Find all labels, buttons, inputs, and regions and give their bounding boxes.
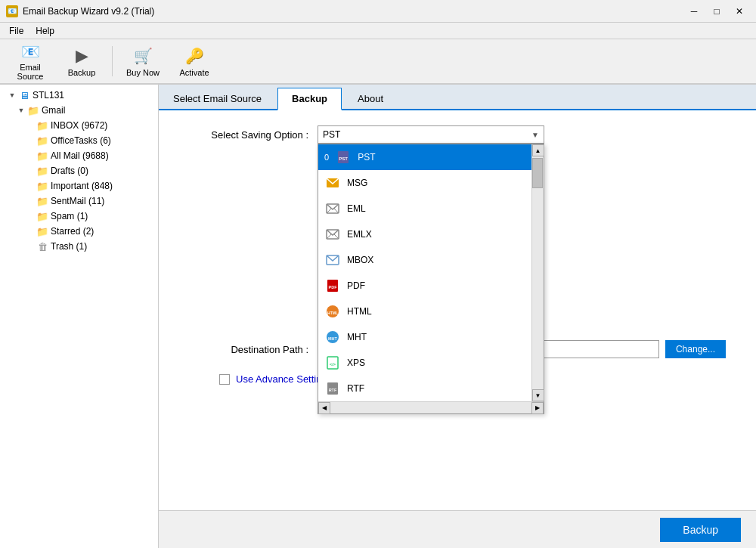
maximize-button[interactable]: □: [706, 4, 727, 19]
tree-arrow-gmail: ▼: [15, 104, 27, 116]
pst-label: PST: [358, 152, 375, 163]
dropdown-item-mht[interactable]: MHT MHT: [318, 324, 531, 350]
toolbar: 📧 Email Source ▶ Backup 🛒 Buy Now 🔑 Acti…: [0, 39, 756, 85]
menu-bar: File Help: [0, 23, 756, 39]
tree-arrow-allmail: [24, 150, 36, 162]
minimize-button[interactable]: ─: [683, 4, 705, 19]
toolbar-email-source[interactable]: 📧 Email Source: [6, 42, 54, 81]
tab-backup[interactable]: Backup: [277, 88, 342, 110]
dropdown-item-emlx[interactable]: EMLX: [318, 221, 531, 247]
destination-label: Destination Path :: [181, 344, 318, 355]
tree-arrow-important: [24, 180, 36, 192]
gmail-icon: 📁: [27, 104, 39, 116]
starred-icon: 📁: [36, 225, 48, 237]
svg-text:MHT: MHT: [328, 336, 338, 341]
tab-about[interactable]: About: [343, 88, 398, 109]
scroll-down-btn[interactable]: ▼: [532, 389, 544, 401]
dropdown-item-pst[interactable]: 0 PST PST: [318, 144, 531, 170]
dropdown-item-rtf[interactable]: RTF RTF: [318, 376, 531, 401]
activate-label: Activate: [179, 68, 209, 77]
email-source-icon: 📧: [20, 42, 41, 61]
drafts-icon: 📁: [36, 165, 48, 177]
menu-file[interactable]: File: [3, 24, 29, 38]
pdf-icon: PDF: [324, 277, 341, 294]
email-source-label: Email Source: [6, 63, 54, 81]
tree-arrow-trash: [24, 240, 36, 252]
format-select-box[interactable]: PST ▼: [318, 125, 544, 144]
change-button[interactable]: Change...: [665, 340, 726, 358]
tree-arrow-officetasks: [24, 135, 36, 147]
saving-option-row: Select Saving Option : PST ▼ 0: [181, 125, 733, 144]
tree-item-starred[interactable]: 📁 Starred (2): [0, 224, 158, 239]
tree-item-sentmail[interactable]: 📁 SentMail (11): [0, 194, 158, 209]
scroll-track: [532, 156, 544, 389]
tree-arrow-sentmail: [24, 195, 36, 207]
toolbar-buy-now[interactable]: 🛒 Buy Now: [119, 42, 167, 81]
scroll-thumb[interactable]: [532, 158, 543, 188]
mht-label: MHT: [347, 332, 367, 342]
tree-item-trash[interactable]: 🗑 Trash (1): [0, 239, 158, 254]
tree-label-spam: Spam (1): [51, 211, 88, 221]
mht-icon: MHT: [324, 329, 341, 345]
title-bar: 📧 Email Backup Wizard v9.2 (Trial) ─ □ ✕: [0, 0, 756, 23]
svg-text:HTML: HTML: [327, 311, 338, 315]
tree-item-gmail[interactable]: ▼ 📁 Gmail: [0, 103, 158, 118]
tree-label-trash: Trash (1): [51, 241, 87, 252]
tree-label-starred: Starred (2): [51, 226, 94, 237]
dropdown-item-msg[interactable]: MSG: [318, 170, 531, 196]
hscroll-left-btn[interactable]: ◀: [318, 402, 330, 414]
close-button[interactable]: ✕: [729, 4, 750, 19]
tree-item-inbox[interactable]: 📁 INBOX (9672): [0, 118, 158, 133]
right-panel: Select Email Source Backup About Select …: [159, 85, 756, 548]
dropdown-item-pdf[interactable]: PDF PDF: [318, 273, 531, 299]
backup-label: Backup: [68, 68, 96, 77]
allmail-icon: 📁: [36, 150, 48, 162]
dropdown-item-html[interactable]: HTML HTML: [318, 299, 531, 324]
toolbar-activate[interactable]: 🔑 Activate: [170, 42, 218, 81]
menu-help[interactable]: Help: [29, 24, 60, 38]
spam-icon: 📁: [36, 210, 48, 222]
dropdown-vscrollbar: ▲ ▼: [531, 144, 544, 401]
backup-button[interactable]: Backup: [660, 518, 741, 542]
advance-settings-checkbox[interactable]: [219, 374, 230, 385]
tree-label-important: Important (848): [51, 181, 113, 191]
tree-item-officetasks[interactable]: 📁 OfficeTasks (6): [0, 133, 158, 148]
tree-item-spam[interactable]: 📁 Spam (1): [0, 209, 158, 224]
officetasks-icon: 📁: [36, 135, 48, 147]
bottom-bar: Backup: [159, 510, 756, 548]
tree-label-gmail: Gmail: [42, 105, 65, 116]
window-title: Email Backup Wizard v9.2 (Trial): [23, 6, 154, 17]
eml-icon: [324, 200, 341, 217]
rtf-icon: RTF: [324, 380, 341, 397]
html-label: HTML: [347, 306, 372, 317]
left-panel: ▼ 🖥 STL131 ▼ 📁 Gmail 📁 INBOX (9672) 📁 Of…: [0, 85, 159, 548]
selected-format-text: PST: [323, 129, 340, 140]
tree-arrow-inbox: [24, 119, 36, 132]
svg-text:</>: </>: [330, 362, 336, 367]
dropdown-item-eml[interactable]: EML: [318, 196, 531, 221]
scroll-up-btn[interactable]: ▲: [532, 144, 544, 156]
sentmail-icon: 📁: [36, 195, 48, 207]
tree-item-stl131[interactable]: ▼ 🖥 STL131: [0, 88, 158, 103]
tree-label-officetasks: OfficeTasks (6): [51, 135, 111, 146]
buy-now-label: Buy Now: [126, 68, 160, 77]
dropdown-items: 0 PST PST: [318, 144, 531, 401]
tab-select-email-source[interactable]: Select Email Source: [159, 88, 276, 109]
mbox-label: MBOX: [347, 255, 373, 265]
dropdown-item-mbox[interactable]: MBOX: [318, 247, 531, 273]
saving-option-control: PST ▼ 0: [318, 125, 733, 144]
dropdown-item-xps[interactable]: </> XPS: [318, 350, 531, 376]
tree-label-stl131: STL131: [33, 90, 64, 101]
dropdown-hscrollbar: ◀ ▶: [318, 401, 544, 413]
hscroll-right-btn[interactable]: ▶: [531, 402, 544, 414]
tab-bar: Select Email Source Backup About: [159, 85, 756, 110]
computer-icon: 🖥: [18, 89, 30, 101]
title-bar-left: 📧 Email Backup Wizard v9.2 (Trial): [6, 5, 154, 17]
pst-icon: PST: [335, 149, 352, 166]
format-dropdown-list: 0 PST PST: [318, 144, 544, 414]
tree-item-allmail[interactable]: 📁 All Mail (9688): [0, 148, 158, 163]
tree-item-drafts[interactable]: 📁 Drafts (0): [0, 163, 158, 178]
tree-item-important[interactable]: 📁 Important (848): [0, 178, 158, 194]
tree-label-drafts: Drafts (0): [51, 166, 88, 176]
toolbar-backup[interactable]: ▶ Backup: [57, 42, 106, 81]
